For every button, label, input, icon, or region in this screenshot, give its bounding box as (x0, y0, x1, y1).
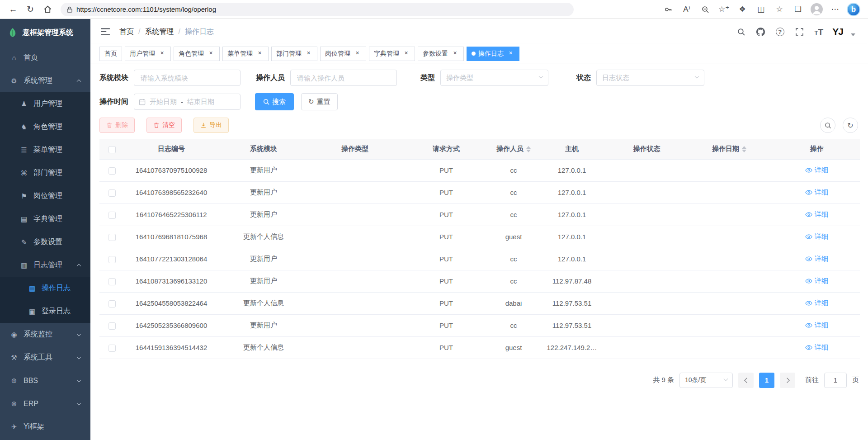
select-all-checkbox[interactable] (108, 146, 116, 153)
sidebar-item-erp[interactable]: ⊛ERP (0, 392, 90, 415)
collections-icon[interactable]: ❏ (791, 2, 805, 17)
row-checkbox[interactable] (108, 167, 116, 175)
search-button[interactable]: 搜索 (255, 93, 294, 110)
row-checkbox[interactable] (108, 234, 116, 241)
chevron-down-icon[interactable] (851, 33, 855, 36)
sort-icons[interactable] (742, 146, 746, 152)
delete-button[interactable]: 删除 (99, 118, 135, 133)
row-checkbox[interactable] (108, 300, 116, 308)
split-screen-icon[interactable]: ◫ (754, 2, 768, 17)
row-checkbox[interactable] (108, 256, 116, 263)
zoom-icon[interactable] (698, 2, 712, 17)
row-checkbox[interactable] (108, 189, 116, 197)
sidebar-item-yiframe[interactable]: ✈Yi框架 (0, 415, 90, 438)
close-tag-icon[interactable]: × (207, 50, 215, 57)
nav-tag[interactable]: 菜单管理× (222, 47, 269, 61)
nav-tag[interactable]: 角色管理× (174, 47, 220, 61)
browser-home-icon[interactable] (39, 2, 56, 17)
close-tag-icon[interactable]: × (256, 50, 264, 57)
sidebar-item-menu[interactable]: ☰菜单管理 (0, 138, 90, 161)
module-filter-input[interactable] (134, 70, 241, 86)
nav-tag[interactable]: 字典管理× (369, 47, 415, 61)
nav-tag[interactable]: 操作日志× (467, 47, 519, 61)
sidebar-item-dict[interactable]: ▤字典管理 (0, 208, 90, 231)
row-checkbox[interactable] (108, 278, 116, 285)
sidebar-item-config[interactable]: ✎参数设置 (0, 231, 90, 254)
sidebar-item-monitor[interactable]: ◉系统监控 (0, 323, 90, 346)
goto-page-input[interactable] (824, 373, 847, 388)
close-tag-icon[interactable]: × (354, 50, 361, 57)
sidebar-item-system[interactable]: ⚙系统管理 (0, 69, 90, 92)
back-icon[interactable]: ← (5, 2, 22, 17)
search-icon[interactable] (735, 26, 747, 38)
page-number-1[interactable]: 1 (759, 373, 774, 388)
detail-link[interactable]: 详细 (805, 188, 828, 197)
nav-tag[interactable]: 部门管理× (271, 47, 317, 61)
detail-link[interactable]: 详细 (805, 166, 828, 175)
nav-tag[interactable]: 用户管理× (125, 47, 171, 61)
breadcrumb-system[interactable]: 系统管理 (145, 27, 174, 37)
type-filter-select[interactable]: 操作类型 (440, 70, 548, 86)
status-filter-select[interactable]: 日志状态 (596, 70, 704, 86)
sidebar-item-user[interactable]: ♟用户管理 (0, 92, 90, 115)
row-checkbox[interactable] (108, 212, 116, 219)
sidebar-item-dept[interactable]: ⌘部门管理 (0, 161, 90, 185)
address-bar[interactable]: https://ccnetcore.com:1101/system/log/op… (61, 3, 574, 16)
prev-page-button[interactable] (738, 373, 754, 388)
detail-link[interactable]: 详细 (805, 210, 828, 219)
sidebar-item-post[interactable]: ⚑岗位管理 (0, 185, 90, 208)
row-checkbox[interactable] (108, 322, 116, 330)
help-icon[interactable]: ? (774, 26, 786, 38)
favorite-add-icon[interactable]: ☆⁺ (717, 2, 731, 17)
close-tag-icon[interactable]: × (158, 50, 166, 57)
sidebar-item-role[interactable]: ♞角色管理 (0, 115, 90, 138)
close-tag-icon[interactable]: × (451, 50, 459, 57)
row-checkbox[interactable] (108, 345, 116, 352)
sidebar-item-home[interactable]: ⌂首页 (0, 46, 90, 69)
detail-link[interactable]: 详细 (805, 343, 828, 352)
user-logo[interactable]: YJ (832, 26, 843, 37)
read-aloud-icon[interactable]: A⁾ (679, 2, 694, 17)
nav-tag[interactable]: 参数设置× (418, 47, 464, 61)
breadcrumb-home[interactable]: 首页 (119, 27, 134, 37)
sidebar-item-bbs[interactable]: ⊕BBS (0, 369, 90, 392)
favorites-bar-icon[interactable]: ☆ (772, 2, 787, 17)
reset-button[interactable]: ↻ 重置 (301, 93, 338, 110)
next-page-button[interactable] (780, 373, 795, 388)
col-operator[interactable]: 操作人员 (492, 139, 535, 159)
sidebar-item-log[interactable]: ▥日志管理 (0, 254, 90, 277)
nav-tag[interactable]: 首页 (99, 47, 122, 61)
bing-icon[interactable]: b (846, 2, 861, 17)
detail-link[interactable]: 详细 (805, 321, 828, 330)
github-icon[interactable] (755, 26, 766, 38)
page-size-select[interactable]: 10条/页 (679, 373, 733, 388)
close-tag-icon[interactable]: × (402, 50, 410, 57)
col-date[interactable]: 操作日期 (685, 139, 774, 159)
clear-button[interactable]: 清空 (146, 118, 182, 133)
refresh-icon[interactable]: ↻ (22, 2, 39, 17)
extensions-icon[interactable]: ❖ (735, 2, 750, 17)
fullscreen-icon[interactable] (793, 26, 805, 38)
hamburger-icon[interactable] (99, 25, 112, 38)
sidebar-item-operlog[interactable]: ▤操作日志 (0, 277, 90, 300)
more-menu-icon[interactable]: ⋯ (828, 2, 842, 17)
detail-link[interactable]: 详细 (805, 299, 828, 308)
operator-filter-input[interactable] (290, 70, 397, 86)
sidebar-item-loginlog[interactable]: ▣登录日志 (0, 300, 90, 323)
app-logo[interactable]: 意框架管理系统 (0, 19, 90, 46)
toggle-search-button[interactable] (820, 118, 835, 133)
nav-tag[interactable]: 岗位管理× (320, 47, 366, 61)
refresh-table-button[interactable]: ↻ (843, 118, 858, 133)
detail-link[interactable]: 详细 (805, 232, 828, 241)
sort-icons[interactable] (526, 146, 531, 152)
profile-avatar[interactable] (809, 2, 824, 17)
close-tag-icon[interactable]: × (305, 50, 312, 57)
export-button[interactable]: 导出 (193, 118, 229, 133)
font-size-icon[interactable]: TT (813, 26, 825, 38)
detail-link[interactable]: 详细 (805, 255, 828, 263)
detail-link[interactable]: 详细 (805, 277, 828, 285)
close-tag-icon[interactable]: × (507, 50, 514, 57)
date-range-picker[interactable]: 开始日期 - 结束日期 (134, 94, 241, 110)
password-key-icon[interactable] (661, 2, 675, 17)
sidebar-item-tool[interactable]: ⚒系统工具 (0, 346, 90, 369)
